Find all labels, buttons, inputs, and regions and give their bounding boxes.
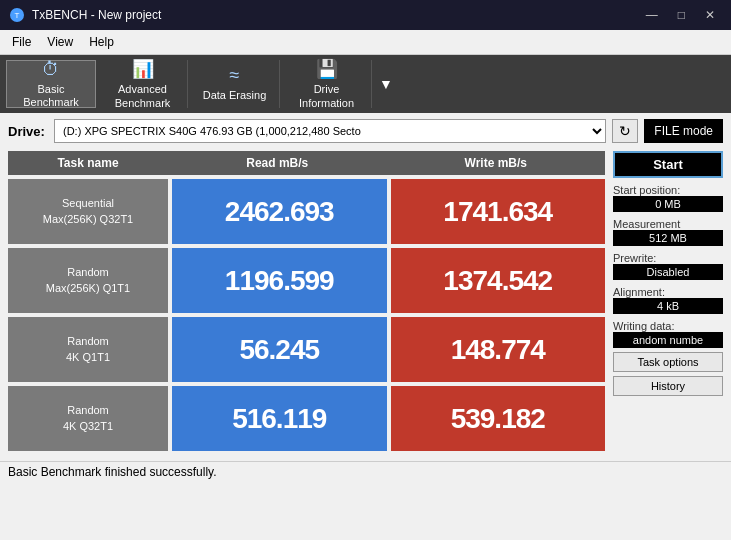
write-sequential: 1741.634 — [391, 179, 606, 244]
table-header: Task name Read mB/s Write mB/s — [8, 151, 605, 175]
minimize-button[interactable]: — — [640, 6, 664, 24]
write-random-4k-q1: 148.774 — [391, 317, 606, 382]
start-button[interactable]: Start — [613, 151, 723, 178]
toolbar-drive-information[interactable]: 💾 DriveInformation — [282, 60, 372, 108]
start-position-value: 0 MB — [613, 196, 723, 212]
maximize-button[interactable]: □ — [672, 6, 691, 24]
read-random-256k: 1196.599 — [172, 248, 387, 313]
data-erasing-label: Data Erasing — [203, 89, 267, 102]
read-random-4k-q1: 56.245 — [172, 317, 387, 382]
alignment-label: Alignment: — [613, 286, 723, 298]
advanced-benchmark-icon: 📊 — [132, 58, 154, 80]
toolbar-advanced-benchmark[interactable]: 📊 AdvancedBenchmark — [98, 60, 188, 108]
table-row: SequentialMax(256K) Q32T1 2462.693 1741.… — [8, 179, 605, 244]
drive-label: Drive: — [8, 124, 48, 139]
col-write: Write mB/s — [387, 151, 606, 175]
toolbar-basic-benchmark[interactable]: ⏱ BasicBenchmark — [6, 60, 96, 108]
toolbar-data-erasing[interactable]: ≈ Data Erasing — [190, 60, 280, 108]
status-bar: Basic Benchmark finished successfully. — [0, 461, 731, 482]
right-panel: Start Start position: 0 MB Measurement 5… — [613, 151, 723, 455]
measurement-value: 512 MB — [613, 230, 723, 246]
drive-refresh-button[interactable]: ↻ — [612, 119, 638, 143]
chevron-down-icon: ▼ — [379, 76, 393, 92]
app-title: TxBENCH - New project — [32, 8, 161, 22]
alignment-section: Alignment: 4 kB — [613, 284, 723, 314]
menu-help[interactable]: Help — [81, 32, 122, 52]
prewrite-label: Prewrite: — [613, 252, 723, 264]
task-random-4k-q32: Random4K Q32T1 — [8, 386, 168, 451]
task-sequential: SequentialMax(256K) Q32T1 — [8, 179, 168, 244]
table-row: Random4K Q1T1 56.245 148.774 — [8, 317, 605, 382]
writing-data-label: Writing data: — [613, 320, 723, 332]
prewrite-value: Disabled — [613, 264, 723, 280]
app-icon: T — [10, 8, 24, 22]
table-row: RandomMax(256K) Q1T1 1196.599 1374.542 — [8, 248, 605, 313]
read-random-4k-q32: 516.119 — [172, 386, 387, 451]
menu-bar: File View Help — [0, 30, 731, 55]
table-row: Random4K Q32T1 516.119 539.182 — [8, 386, 605, 451]
task-random-4k-q1: Random4K Q1T1 — [8, 317, 168, 382]
menu-file[interactable]: File — [4, 32, 39, 52]
refresh-icon: ↻ — [619, 123, 631, 139]
window-controls: — □ ✕ — [640, 6, 721, 24]
drive-row: Drive: (D:) XPG SPECTRIX S40G 476.93 GB … — [8, 119, 723, 143]
title-bar: T TxBENCH - New project — □ ✕ — [0, 0, 731, 30]
read-sequential: 2462.693 — [172, 179, 387, 244]
file-mode-button[interactable]: FILE mode — [644, 119, 723, 143]
basic-benchmark-label: BasicBenchmark — [23, 83, 79, 109]
col-task: Task name — [8, 151, 168, 175]
alignment-value: 4 kB — [613, 298, 723, 314]
task-options-button[interactable]: Task options — [613, 352, 723, 372]
write-random-4k-q32: 539.182 — [391, 386, 606, 451]
status-message: Basic Benchmark finished successfully. — [8, 465, 217, 479]
col-read: Read mB/s — [168, 151, 387, 175]
start-position-section: Start position: 0 MB — [613, 182, 723, 212]
start-position-label: Start position: — [613, 184, 723, 196]
close-button[interactable]: ✕ — [699, 6, 721, 24]
task-random-256k: RandomMax(256K) Q1T1 — [8, 248, 168, 313]
drive-information-label: DriveInformation — [299, 83, 354, 109]
benchmark-container: Task name Read mB/s Write mB/s Sequentia… — [8, 151, 723, 455]
prewrite-section: Prewrite: Disabled — [613, 250, 723, 280]
main-area: Drive: (D:) XPG SPECTRIX S40G 476.93 GB … — [0, 113, 731, 461]
data-erasing-icon: ≈ — [230, 65, 240, 86]
menu-view[interactable]: View — [39, 32, 81, 52]
toolbar: ⏱ BasicBenchmark 📊 AdvancedBenchmark ≈ D… — [0, 55, 731, 113]
write-random-256k: 1374.542 — [391, 248, 606, 313]
writing-data-value: andom numbe — [613, 332, 723, 348]
toolbar-dropdown-button[interactable]: ▼ — [376, 60, 396, 108]
basic-benchmark-icon: ⏱ — [42, 59, 60, 80]
advanced-benchmark-label: AdvancedBenchmark — [115, 83, 171, 109]
writing-data-section: Writing data: andom numbe — [613, 318, 723, 348]
benchmark-table: Task name Read mB/s Write mB/s Sequentia… — [8, 151, 605, 455]
measurement-section: Measurement 512 MB — [613, 216, 723, 246]
drive-information-icon: 💾 — [316, 58, 338, 80]
history-button[interactable]: History — [613, 376, 723, 396]
drive-select[interactable]: (D:) XPG SPECTRIX S40G 476.93 GB (1,000,… — [54, 119, 606, 143]
measurement-label: Measurement — [613, 218, 723, 230]
title-bar-left: T TxBENCH - New project — [10, 8, 161, 22]
